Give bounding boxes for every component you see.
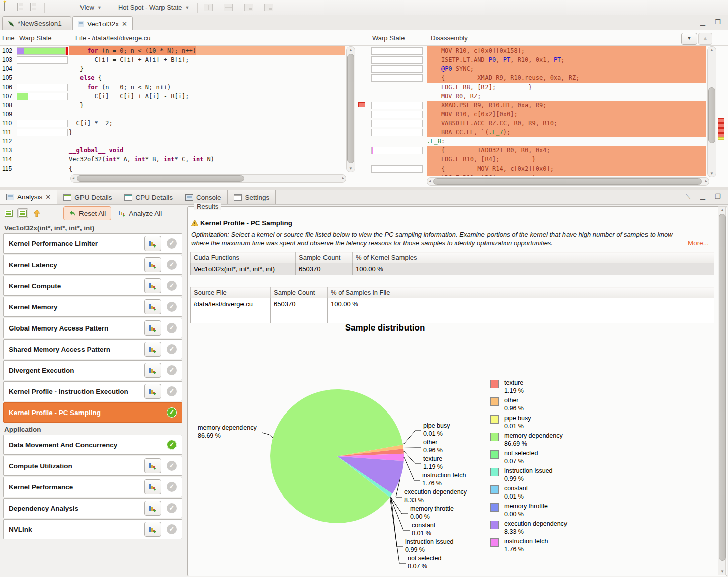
code-text[interactable]: { [69, 164, 345, 173]
prev-hotspot-button[interactable]: ▲ [698, 33, 712, 45]
source-files-table[interactable]: Source File Sample Count % of Samples in… [190, 287, 714, 323]
disasm-hscrollbar[interactable]: ◂ ▸ [427, 177, 709, 186]
instruction-text[interactable]: XMAD.PSL R9, R10.H1, 0xa, R9; [427, 101, 706, 110]
code-text[interactable]: __global__ void [69, 146, 345, 155]
instruction-text[interactable]: BRA CC.LE, `(.L_7); [427, 128, 706, 137]
tab-analysis[interactable]: Analysis✕ [0, 190, 57, 204]
analyze-stage-button[interactable] [144, 236, 161, 251]
code-text[interactable]: C[i] = C[i] + A[i] - B[i]; [69, 92, 345, 101]
view-menu[interactable]: View ▼ [77, 3, 105, 12]
maximize-view-icon[interactable]: ❐ [715, 193, 721, 200]
source-hscrollbar[interactable]: ◂ ▸ [70, 174, 346, 183]
code-text[interactable]: for (n = 0; n < N; n++) [69, 83, 345, 92]
analysis-item[interactable]: NVLink✓ [3, 519, 182, 539]
cuda-functions-table[interactable]: Cuda Functions Sample Count % of Kernel … [190, 252, 714, 275]
tab-gpu-details[interactable]: GPU Details [57, 190, 118, 204]
analysis-item[interactable]: Kernel Memory✓ [3, 297, 182, 317]
analysis-item[interactable]: Data Movement And Concurrency✓ [3, 435, 182, 455]
code-text[interactable]: } [69, 101, 345, 110]
code-text[interactable] [69, 137, 345, 146]
analysis-item[interactable]: Kernel Latency✓ [3, 255, 182, 275]
analysis-item[interactable]: Shared Memory Access Pattern✓ [3, 339, 182, 359]
analysis-item[interactable]: Dependency Analysis✓ [3, 498, 182, 518]
close-icon[interactable]: ✕ [45, 193, 51, 201]
analyze-stage-button[interactable] [144, 363, 161, 378]
expand-list-icon[interactable] [17, 208, 28, 218]
analysis-item[interactable]: Global Memory Access Pattern✓ [3, 318, 182, 338]
source-line[interactable]: 109 [0, 110, 367, 119]
instruction-text[interactable]: .L_8: [427, 137, 706, 146]
code-text[interactable]: else { [69, 73, 345, 83]
source-line[interactable]: 102 for (n = 0; n < (10 * N); n++) [0, 46, 367, 55]
disasm-hscroll-thumb[interactable] [433, 178, 702, 185]
col-header[interactable]: Cuda Functions [191, 252, 296, 263]
up-level-icon[interactable] [31, 208, 42, 218]
instruction-text[interactable]: { XMAD R9, R10.reuse, 0xa, RZ; [427, 73, 706, 83]
instruction-text[interactable]: LDG.E R11, [R6]; } [427, 173, 706, 176]
code-text[interactable]: } [69, 64, 345, 73]
tab-vec1of32x[interactable]: Vec1of32x ✕ [72, 16, 133, 31]
source-line[interactable]: 112 [0, 137, 367, 146]
code-text[interactable]: C[i] *= 2; [69, 119, 345, 128]
instruction-text[interactable]: MOV R10, c[0x0][0x158]; [427, 46, 706, 55]
analyze-stage-button[interactable] [144, 278, 161, 293]
analysis-item[interactable]: Kernel Profile - Instruction Execution✓ [3, 381, 182, 401]
tab-console[interactable]: Console [179, 190, 228, 204]
instruction-text[interactable]: { IADD32I R0, R0, 0x4; [427, 146, 706, 155]
code-text[interactable] [69, 110, 345, 119]
close-icon[interactable]: ✕ [122, 20, 127, 28]
col-header[interactable]: % of Kernel Samples [353, 252, 714, 263]
more-link[interactable]: More... [688, 239, 709, 247]
source-line[interactable]: 110 C[i] *= 2; [0, 119, 367, 128]
panel-divider[interactable] [367, 30, 367, 187]
source-line[interactable]: 107 C[i] = C[i] + A[i] - B[i]; [0, 92, 367, 101]
code-text[interactable]: C[i] = C[i] + A[i] + B[i]; [69, 55, 345, 64]
col-header[interactable]: % of Samples in File [328, 287, 714, 298]
disasm-vscroll-thumb[interactable] [708, 87, 715, 143]
instruction-text[interactable]: LDG.E R8, [R2]; } [427, 83, 706, 92]
maximize-icon[interactable]: ❐ [715, 18, 721, 26]
analysis-item[interactable]: Compute Utilization✓ [3, 456, 182, 476]
view-menu-icon[interactable]: ⟍ [686, 193, 690, 201]
hotspot-marker[interactable] [358, 102, 365, 107]
minimize-view-icon[interactable]: ▁ [700, 193, 705, 200]
source-line[interactable]: 113__global__ void [0, 146, 367, 155]
source-line[interactable]: 108 } [0, 101, 367, 110]
instruction-text[interactable]: LDG.E R10, [R4]; } [427, 155, 706, 164]
analyze-stage-button[interactable] [144, 501, 161, 516]
table-row[interactable]: /data/test/diverge.cu 650370 100.00 % [191, 298, 714, 310]
analyze-stage-button[interactable] [144, 320, 161, 336]
next-hotspot-button[interactable]: ▼ [681, 33, 697, 45]
tab-cpu-details[interactable]: CPU Details [118, 190, 179, 204]
analysis-item-selected[interactable]: Kernel Profile - PC Sampling✓ [3, 402, 182, 423]
minimize-icon[interactable]: ▁ [700, 18, 705, 26]
analysis-item[interactable]: Kernel Compute✓ [3, 276, 182, 296]
analyze-stage-button[interactable] [144, 479, 161, 494]
results-vscroll-thumb[interactable] [719, 214, 726, 561]
save-all-icon[interactable] [29, 3, 39, 12]
tab-newsession1[interactable]: *NewSession1 [2, 16, 71, 30]
reset-all-button[interactable]: Reset All [63, 206, 111, 220]
results-vscrollbar[interactable]: ▲ ▼ [718, 206, 726, 575]
analyze-stage-button[interactable] [144, 299, 161, 314]
source-line[interactable]: 103 C[i] = C[i] + A[i] + B[i]; [0, 55, 367, 64]
source-line[interactable]: 106 for (n = 0; n < N; n++) [0, 83, 367, 92]
analysis-item[interactable]: Kernel Performance Limiter✓ [3, 233, 182, 254]
table-row[interactable]: Vec1of32x(int*, int*, int*, int) 650370 … [191, 263, 714, 275]
source-line[interactable]: 111} [0, 128, 367, 137]
save-icon[interactable] [16, 3, 26, 12]
analyze-all-button[interactable]: Analyze All [114, 206, 166, 220]
tab-settings[interactable]: Settings [228, 190, 276, 204]
col-header[interactable]: Sample Count [296, 252, 353, 263]
instruction-text[interactable]: @P0 SYNC; [427, 64, 706, 73]
col-header[interactable]: Source File [191, 287, 271, 298]
disasm-vscrollbar[interactable]: ▲ ▼ [707, 46, 716, 177]
instruction-text[interactable]: VABSDIFF.ACC RZ.CC, R0, R9, R10; [427, 119, 706, 128]
analyze-stage-button[interactable] [144, 522, 161, 537]
source-vscrollbar[interactable]: ▲ ▼ [346, 46, 355, 172]
col-header[interactable]: Sample Count [271, 287, 328, 298]
source-line[interactable]: 114Vec32of32(int* A, int* B, int* C, int… [0, 155, 367, 164]
new-session-icon[interactable] [3, 3, 13, 12]
source-line[interactable]: 105 else { [0, 73, 367, 83]
source-vscroll-thumb[interactable] [347, 54, 354, 163]
